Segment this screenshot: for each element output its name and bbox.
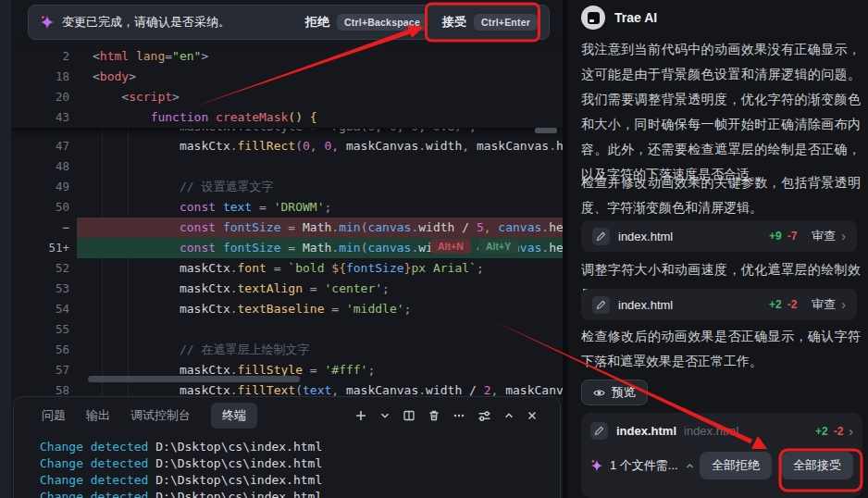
code-line[interactable]: 50 const text = 'DROWM'; bbox=[11, 197, 563, 218]
preview-label: 预览 bbox=[612, 384, 636, 401]
diff-bar-message: 变更已完成，请确认是否采纳。 bbox=[62, 14, 230, 31]
line-number: 57 bbox=[11, 360, 69, 380]
line-number: 53 bbox=[11, 279, 69, 299]
reject-shortcut-keycap: Ctrl+Backspace bbox=[337, 14, 428, 31]
line-number: 52 bbox=[11, 258, 69, 279]
pencil-icon bbox=[592, 296, 610, 314]
assistant-paragraph: 检查并修改动画效果的关键参数，包括背景透明度、字符渐变颜色和清屏逻辑。 bbox=[581, 170, 861, 220]
pending-changes-card: index.html index.html +2 -2 › 1 个文件需... … bbox=[581, 413, 862, 498]
line-number: 56 bbox=[11, 340, 69, 360]
pencil-icon bbox=[590, 422, 608, 440]
terminal-tab-4[interactable]: 终端 bbox=[211, 403, 257, 429]
trash-icon[interactable] bbox=[428, 409, 440, 422]
line-number: 50 bbox=[11, 197, 69, 218]
pencil-icon bbox=[592, 228, 610, 245]
pending-file-row[interactable]: index.html index.html +2 -2 › bbox=[590, 422, 853, 440]
panel-tabs: 问题输出调试控制台终端 bbox=[14, 397, 560, 432]
accept-all-button[interactable]: 全部接受 bbox=[781, 452, 853, 479]
eye-icon bbox=[593, 388, 605, 398]
line-number: 49 bbox=[11, 177, 69, 197]
preview-button[interactable]: 预览 bbox=[581, 380, 648, 405]
line-number: 20 bbox=[11, 87, 69, 107]
ai-chat-panel: Trae AI 我注意到当前代码中的动画效果没有正确显示，这可能是由于背景颜色设… bbox=[568, 0, 868, 498]
terminal-line: Change detected D:\Dsktop\cs\index.html bbox=[40, 489, 560, 498]
code-line[interactable]: 52 maskCtx.font = `bold ${fontSize}px Ar… bbox=[11, 258, 563, 279]
line-number: 54 bbox=[11, 299, 69, 319]
review-button[interactable]: 审查 bbox=[812, 296, 836, 313]
overview-ruler-mark bbox=[535, 128, 557, 133]
assistant-paragraph: 检查修改后的动画效果是否正确显示，确认字符下落和遮罩效果是否正常工作。 bbox=[581, 324, 861, 374]
line-number: − bbox=[11, 218, 69, 238]
code-line[interactable]: 48 bbox=[11, 156, 563, 177]
line-number: 48 bbox=[11, 156, 69, 177]
line-number: 2 bbox=[11, 46, 69, 67]
file-name: index.html bbox=[618, 298, 673, 312]
chat-header: Trae AI bbox=[581, 6, 657, 30]
review-button[interactable]: 审查 bbox=[812, 228, 836, 244]
collapse-chevron-icon[interactable] bbox=[685, 461, 695, 471]
code-line[interactable]: 47 maskCtx.fillRect(0, 0, maskCanvas.wid… bbox=[11, 136, 563, 156]
file-path: index.html bbox=[684, 424, 738, 438]
reject-button[interactable]: 拒绝 Ctrl+Backspace bbox=[305, 14, 428, 31]
line-number: 47 bbox=[11, 136, 69, 156]
reject-all-button[interactable]: 全部拒绝 bbox=[700, 452, 772, 479]
code-editor[interactable]: 2<html lang="en">18<body>20 <script>43 f… bbox=[11, 46, 563, 396]
lines-removed: -2 bbox=[787, 298, 798, 311]
sparkle-icon bbox=[590, 459, 603, 472]
terminal-line: Change detected D:\Dsktop\cs\index.html bbox=[40, 472, 560, 489]
terminal-toolbar bbox=[354, 409, 538, 423]
code-line[interactable]: 2<html lang="en"> bbox=[11, 46, 563, 67]
line-number: 43 bbox=[11, 107, 69, 128]
terminal-tab-2[interactable]: 输出 bbox=[86, 407, 110, 424]
split-panel-icon[interactable] bbox=[403, 409, 415, 422]
terminal-tab-3[interactable]: 调试控制台 bbox=[130, 407, 191, 424]
terminal-tab-1[interactable]: 问题 bbox=[42, 407, 66, 424]
code-line[interactable]: maskCtx.fillStyle = 'rgba(0, 0, 0, 0.8)'… bbox=[11, 129, 563, 136]
code-line[interactable]: 53 maskCtx.textAlign = 'center'; bbox=[11, 279, 563, 299]
chevron-right-icon: › bbox=[841, 297, 846, 312]
terminal-line: Change detected D:\Dsktop\cs\index.html bbox=[40, 455, 560, 472]
chevron-right-icon: › bbox=[841, 229, 846, 243]
chevron-down-icon[interactable] bbox=[379, 410, 391, 421]
code-line[interactable]: 18<body> bbox=[11, 67, 563, 87]
code-line[interactable]: 54 maskCtx.textBaseline = 'middle'; bbox=[11, 299, 563, 319]
chevron-right-icon: › bbox=[849, 424, 853, 439]
terminal-line: Change detected D:\Dsktop\cs\index.html bbox=[40, 439, 560, 455]
assistant-paragraph: 我注意到当前代码中的动画效果没有正确显示，这可能是由于背景颜色设置和清屏逻辑的问… bbox=[581, 37, 861, 187]
chevron-up-icon[interactable] bbox=[503, 410, 515, 421]
chat-title: Trae AI bbox=[614, 10, 657, 25]
accept-change-shortcut-chip[interactable]: Alt+Y bbox=[478, 239, 518, 254]
line-number: 18 bbox=[11, 67, 69, 87]
lines-removed: -7 bbox=[787, 230, 798, 243]
horizontal-scrollbar[interactable] bbox=[88, 376, 300, 382]
ellipsis-icon[interactable] bbox=[453, 409, 465, 422]
reject-change-shortcut-chip[interactable]: Alt+N bbox=[430, 239, 471, 254]
reject-label: 拒绝 bbox=[305, 14, 329, 31]
sticky-scroll-lines[interactable]: 2<html lang="en">18<body>20 <script>43 f… bbox=[11, 46, 563, 129]
plus-icon[interactable] bbox=[354, 409, 367, 422]
code-lines[interactable]: maskCtx.fillStyle = 'rgba(0, 0, 0, 0.8)'… bbox=[11, 129, 563, 401]
accept-label: 接受 bbox=[442, 14, 466, 31]
accept-button[interactable]: 接受 Ctrl+Enter bbox=[442, 14, 538, 31]
code-line[interactable]: 49 // 设置遮罩文字 bbox=[11, 177, 563, 197]
trae-logo-icon bbox=[581, 6, 605, 30]
filter-icon[interactable] bbox=[477, 409, 491, 423]
line-number: 51+ bbox=[11, 238, 69, 258]
accept-shortcut-keycap: Ctrl+Enter bbox=[474, 14, 538, 31]
file-change-card[interactable]: index.html +2 -2 审查 › bbox=[581, 289, 857, 320]
file-change-card[interactable]: index.html +9 -7 审查 › bbox=[581, 220, 857, 252]
terminal-output[interactable]: Change detected D:\Dsktop\cs\index.htmlC… bbox=[14, 432, 560, 498]
code-line[interactable]: 56 // 在遮罩层上绘制文字 bbox=[11, 340, 563, 360]
code-line[interactable]: 43 function createMask() { bbox=[11, 107, 563, 128]
close-icon[interactable] bbox=[527, 410, 538, 421]
line-number bbox=[11, 129, 69, 136]
lines-added: +2 bbox=[769, 298, 782, 311]
code-line[interactable]: − const fontSize = Math.min(canvas.width… bbox=[11, 218, 563, 238]
lines-added: +2 bbox=[815, 425, 828, 438]
inline-diff-bar: 变更已完成，请确认是否采纳。 拒绝 Ctrl+Backspace 接受 Ctrl… bbox=[28, 5, 550, 40]
pending-files-summary: 1 个文件需... bbox=[610, 457, 678, 474]
pending-actions-row: 1 个文件需... 全部拒绝 全部接受 bbox=[590, 452, 853, 479]
code-line[interactable]: 55 bbox=[11, 319, 563, 340]
lines-added: +9 bbox=[769, 230, 782, 243]
code-line[interactable]: 20 <script> bbox=[11, 87, 563, 107]
